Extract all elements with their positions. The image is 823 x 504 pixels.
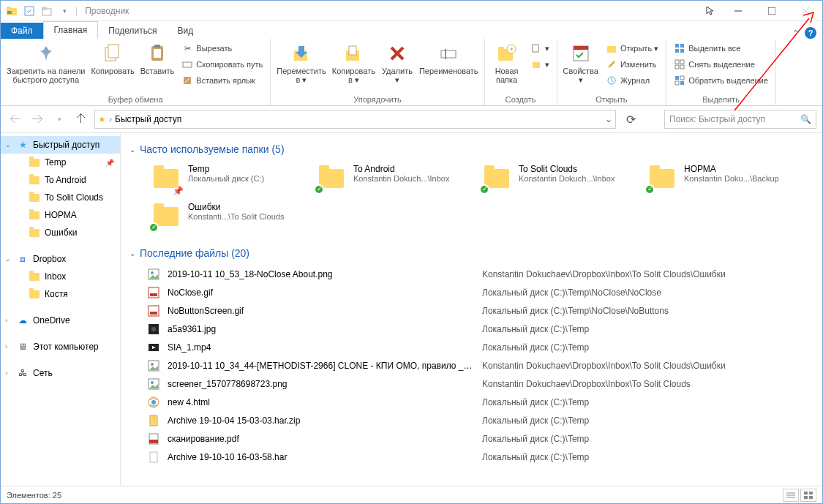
svg-rect-70: [804, 492, 808, 494]
rename-button[interactable]: Переименовать: [418, 40, 480, 77]
selectnone-button[interactable]: Снять выделение: [671, 56, 771, 72]
file-icon: [147, 341, 160, 354]
easyaccess-button[interactable]: ▾: [527, 56, 552, 72]
svg-rect-49: [150, 293, 157, 296]
chevron-down-icon[interactable]: ⌄: [129, 249, 135, 257]
copyto-button[interactable]: Копировать в ▾: [331, 40, 377, 86]
open-button[interactable]: Открыть ▾: [603, 40, 661, 56]
svg-rect-1: [7, 7, 11, 9]
qat-dropdown-icon[interactable]: ▾: [56, 3, 72, 19]
close-button[interactable]: [789, 1, 822, 21]
invertselect-button[interactable]: Обратить выделение: [671, 72, 771, 89]
tab-share[interactable]: Поделиться: [98, 23, 167, 39]
nav-dropbox-item[interactable]: Inbox: [1, 268, 120, 285]
newitem-button[interactable]: ▾: [527, 40, 552, 56]
file-icon: [147, 268, 160, 281]
search-icon: 🔍: [800, 114, 811, 124]
file-row[interactable]: NoClose.gifЛокальный диск (C:)\Temp\NoCl…: [147, 283, 813, 301]
ribbon-group-organize: Переместить в ▾ Копировать в ▾ Удалить ▾…: [271, 39, 484, 105]
nav-quick-item[interactable]: НОРМА: [1, 206, 120, 224]
properties-button[interactable]: Свойства ▾: [562, 40, 600, 86]
nav-quick-item[interactable]: To Solit Clouds: [1, 189, 120, 206]
folder-item[interactable]: To Solit CloudsKonstantin Dokuch...\Inbo…: [478, 161, 637, 196]
nav-quick-item[interactable]: Ошибки: [1, 224, 120, 241]
qat-newfolder-icon[interactable]: [39, 3, 55, 19]
section-recent-files[interactable]: ⌄ Последние файлы (20): [129, 247, 813, 259]
file-row[interactable]: Archive 19-10-10 16-03-58.harЛокальный д…: [147, 448, 813, 466]
breadcrumb[interactable]: Быстрый доступ: [115, 114, 181, 124]
qat-properties-icon[interactable]: [21, 3, 37, 19]
nav-quick-item[interactable]: To Android: [1, 171, 120, 189]
chevron-down-icon[interactable]: ⌄: [5, 255, 11, 263]
sync-badge-icon: [479, 184, 489, 195]
selectnone-icon: [674, 59, 685, 70]
svg-rect-28: [533, 45, 538, 52]
nav-forward-button[interactable]: 🡢: [29, 110, 46, 128]
moveto-icon: [290, 42, 313, 65]
address-dropdown-icon[interactable]: ⌄: [605, 114, 612, 124]
selectall-button[interactable]: Выделить все: [671, 40, 771, 56]
tab-home[interactable]: Главная: [43, 21, 99, 39]
address-bar[interactable]: ★ › Быстрый доступ ⌄: [94, 110, 616, 129]
minimize-button[interactable]: [721, 1, 755, 21]
copy-button[interactable]: Копировать: [89, 40, 135, 77]
view-icons-button[interactable]: [800, 489, 816, 502]
file-row[interactable]: 2019-10-11 10_34_44-[METHODIST-2966] CLO…: [147, 356, 813, 375]
chevron-right-icon[interactable]: ›: [5, 369, 7, 377]
delete-button[interactable]: Удалить ▾: [380, 40, 415, 86]
folder-item[interactable]: To AndroidKonstantin Dokuch...\Inbox: [312, 161, 472, 196]
maximize-button[interactable]: [755, 1, 789, 21]
file-row[interactable]: 2019-10-11 10_53_18-NoClose About.pngKon…: [147, 265, 813, 283]
nav-back-button[interactable]: 🡠: [7, 110, 24, 128]
cut-button[interactable]: ✂Вырезать: [178, 40, 266, 56]
svg-point-61: [151, 400, 156, 405]
copypath-button[interactable]: Скопировать путь: [178, 56, 266, 72]
file-row[interactable]: NoButtonScreen.gifЛокальный диск (C:)\Te…: [147, 301, 813, 320]
paste-button[interactable]: Вставить: [139, 40, 176, 77]
edit-button[interactable]: Изменить: [603, 56, 661, 72]
tab-file[interactable]: Файл: [1, 23, 43, 39]
section-frequent-folders[interactable]: ⌄ Часто используемые папки (5): [129, 143, 813, 155]
newfolder-button[interactable]: ✶Новая папка: [489, 40, 525, 86]
tab-view[interactable]: Вид: [167, 23, 203, 39]
folder-icon: [29, 227, 40, 238]
chevron-down-icon[interactable]: ⌄: [129, 146, 135, 154]
folder-item[interactable]: НОРМАKonstantin Doku...\Backup: [643, 161, 803, 196]
file-row[interactable]: a5a9361.jpgЛокальный диск (C:)\Temp: [147, 320, 813, 338]
history-button[interactable]: Журнал: [603, 72, 661, 89]
ribbon-collapse-icon[interactable]: ⌃: [792, 29, 799, 38]
moveto-button[interactable]: Переместить в ▾: [275, 40, 327, 86]
nav-recent-button[interactable]: ▾: [50, 110, 68, 128]
navigation-pane: ⌄ ★ Быстрый доступ Temp📌To AndroidTo Sol…: [1, 133, 121, 486]
folder-item[interactable]: 📌TempЛокальный диск (C:): [147, 161, 307, 196]
chevron-down-icon[interactable]: ⌄: [5, 141, 11, 148]
group-label-create: Создать: [485, 95, 557, 105]
pastelink-button[interactable]: Вставить ярлык: [178, 72, 266, 89]
onedrive-icon: ☁: [17, 315, 29, 326]
nav-onedrive[interactable]: › ☁ OneDrive: [1, 312, 120, 329]
chevron-right-icon[interactable]: ›: [5, 317, 7, 324]
nav-dropbox-item[interactable]: Костя: [1, 285, 120, 303]
nav-quick-access[interactable]: ⌄ ★ Быстрый доступ: [1, 136, 120, 154]
help-icon[interactable]: ?: [805, 27, 816, 39]
file-row[interactable]: Archive 19-10-04 15-03-03.har.zipЛокальн…: [147, 411, 813, 429]
file-row[interactable]: screener_1570778698723.pngKonstantin Dok…: [147, 375, 813, 393]
chevron-right-icon[interactable]: ›: [5, 343, 7, 350]
nav-thispc[interactable]: › 🖥 Этот компьютер: [1, 338, 120, 356]
nav-dropbox[interactable]: ⌄ ⧈ Dropbox: [1, 250, 120, 268]
pin-quickaccess-button[interactable]: Закрепить на панели быстрого доступа: [5, 40, 86, 86]
pin-icon: [34, 42, 58, 65]
svg-rect-40: [675, 65, 679, 69]
view-details-button[interactable]: [783, 489, 799, 502]
folder-item[interactable]: ОшибкиKonstanti...\To Solit Clouds: [147, 199, 307, 234]
nav-quick-item[interactable]: Temp📌: [1, 154, 120, 171]
file-row[interactable]: сканирование.pdfЛокальный диск (C:)\Temp: [147, 429, 813, 448]
file-row[interactable]: new 4.htmlЛокальный диск (C:)\Temp: [147, 393, 813, 411]
file-row[interactable]: SIA_1.mp4Локальный диск (C:)\Temp: [147, 338, 813, 356]
search-input[interactable]: Поиск: Быстрый доступ 🔍: [664, 110, 816, 129]
refresh-button[interactable]: ⟳: [622, 110, 639, 128]
nav-network[interactable]: › 🖧 Сеть: [1, 364, 120, 382]
nav-up-button[interactable]: 🡡: [72, 110, 90, 128]
folder-icon: [29, 157, 40, 168]
paste-icon: [146, 42, 169, 65]
